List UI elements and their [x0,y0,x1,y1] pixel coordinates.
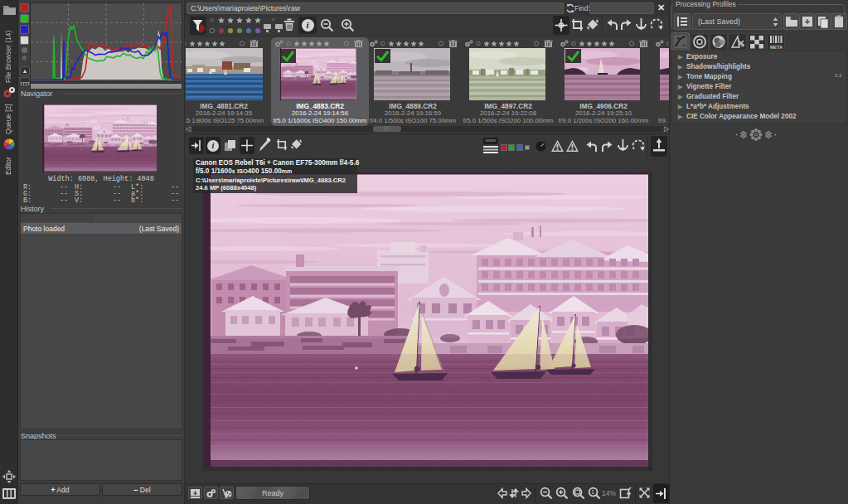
svg-text:1: 1 [591,489,594,495]
svg-text:META: META [770,45,783,50]
svg-text:+: + [676,35,681,42]
svg-text:−: − [682,41,686,49]
